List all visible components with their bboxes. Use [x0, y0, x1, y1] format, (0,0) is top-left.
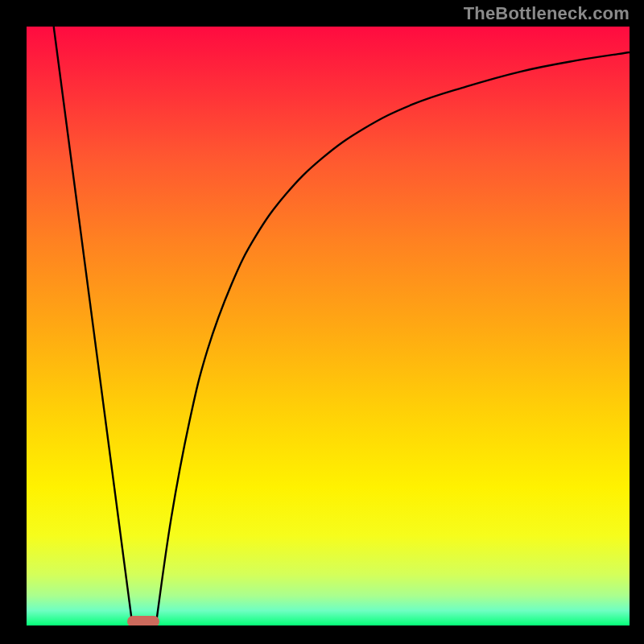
right-curve-line — [156, 52, 630, 622]
chart-frame: TheBottleneck.com — [0, 0, 644, 644]
watermark-text: TheBottleneck.com — [464, 3, 630, 24]
plot-area — [27, 27, 630, 625]
curve-layer — [27, 27, 630, 625]
minimum-marker — [127, 616, 159, 625]
left-leg-line — [54, 27, 132, 622]
